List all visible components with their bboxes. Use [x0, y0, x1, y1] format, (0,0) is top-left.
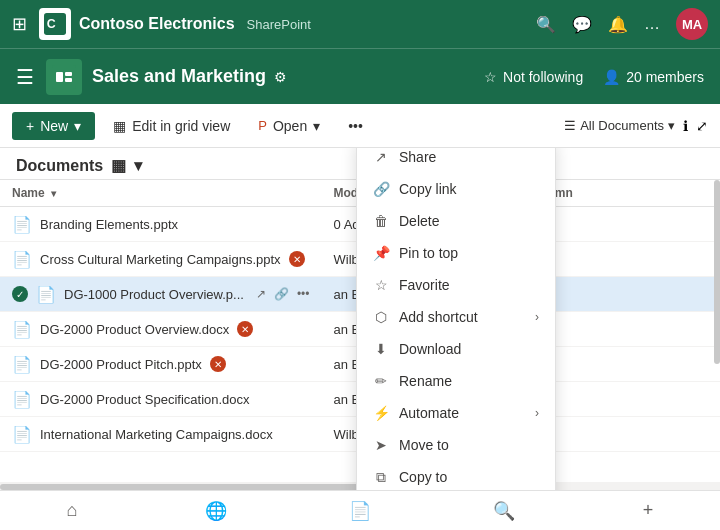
top-nav-right: 🔍 💬 🔔 … MA: [536, 8, 708, 40]
doc-icon: 📄: [349, 500, 371, 522]
link-icon: 🔗: [373, 181, 389, 197]
all-docs-label: All Documents: [580, 118, 664, 133]
chevron-icon: ▾: [668, 118, 675, 133]
svg-text:C: C: [47, 17, 56, 31]
members-icon: 👤: [603, 69, 620, 85]
file-name: DG-2000 Product Specification.docx: [40, 392, 250, 407]
context-menu-automate[interactable]: ⚡ Automate ›: [357, 397, 555, 429]
vertical-scrollbar[interactable]: [714, 180, 720, 364]
chat-icon[interactable]: 💬: [572, 15, 592, 34]
move-icon: ➤: [373, 437, 389, 453]
brand-logo[interactable]: C Contoso Electronics: [39, 8, 235, 40]
svg-rect-3: [56, 72, 63, 82]
pptx-icon: 📄: [12, 354, 32, 374]
error-badge: ✕: [210, 356, 226, 372]
view-icon[interactable]: ▦: [111, 156, 126, 175]
pin-label: Pin to top: [399, 245, 458, 261]
copy-to-label: Copy to: [399, 469, 447, 485]
arrow-icon: ›: [535, 310, 539, 324]
copy-link-label: Copy link: [399, 181, 457, 197]
bottom-nav-globe[interactable]: 🌐: [144, 491, 288, 531]
brand-name: Contoso Electronics: [79, 15, 235, 33]
file-name: DG-1000 Product Overview.p...: [64, 287, 244, 302]
share-icon[interactable]: ↗: [256, 287, 266, 301]
toolbar-right: ☰ All Documents ▾ ℹ ⤢: [564, 118, 708, 134]
hamburger-icon[interactable]: ☰: [16, 65, 34, 89]
context-menu-download[interactable]: ⬇ Download: [357, 333, 555, 365]
sharepoint-label: SharePoint: [247, 17, 311, 32]
download-icon: ⬇: [373, 341, 389, 357]
not-following-button[interactable]: ☆ Not following: [484, 69, 583, 85]
rename-icon: ✏: [373, 373, 389, 389]
context-menu: ↗ Share 🔗 Copy link 🗑 Delete 📌 Pin to to…: [356, 148, 556, 490]
pptx-icon: 📄: [12, 214, 32, 234]
arrow-icon: ›: [535, 406, 539, 420]
context-menu-move-to[interactable]: ➤ Move to: [357, 429, 555, 461]
context-menu-favorite[interactable]: ☆ Favorite: [357, 269, 555, 301]
favorite-label: Favorite: [399, 277, 450, 293]
globe-icon: 🌐: [205, 500, 227, 522]
delete-icon: 🗑: [373, 213, 389, 229]
automate-icon: ⚡: [373, 405, 389, 421]
share-icon: ↗: [373, 149, 389, 165]
bottom-nav-doc[interactable]: 📄: [288, 491, 432, 531]
docx-icon: 📄: [12, 319, 32, 339]
brand-icon: C: [39, 8, 71, 40]
delete-label: Delete: [399, 213, 439, 229]
info-icon[interactable]: ℹ: [683, 118, 688, 134]
new-label: New: [40, 118, 68, 134]
share-label: Share: [399, 149, 436, 165]
site-header-right: ☆ Not following 👤 20 members: [484, 69, 704, 85]
context-menu-pin-to-top[interactable]: 📌 Pin to top: [357, 237, 555, 269]
context-menu-rename[interactable]: ✏ Rename: [357, 365, 555, 397]
app-grid-icon[interactable]: ⊞: [12, 13, 27, 35]
context-menu-share[interactable]: ↗ Share: [357, 148, 555, 173]
plus-icon: +: [643, 500, 654, 521]
file-name: Cross Cultural Marketing Campaigns.pptx: [40, 252, 281, 267]
grid-icon: ▦: [113, 118, 126, 134]
home-icon: ⌂: [67, 500, 78, 521]
toolbar: + New ▾ ▦ Edit in grid view P Open ▾ •••…: [0, 104, 720, 148]
svg-rect-5: [65, 78, 72, 82]
docx-icon: 📄: [12, 424, 32, 444]
bell-icon[interactable]: 🔔: [608, 15, 628, 34]
all-docs-dropdown[interactable]: ☰ All Documents ▾: [564, 118, 675, 133]
settings-icon[interactable]: ⚙: [274, 69, 287, 85]
new-button[interactable]: + New ▾: [12, 112, 95, 140]
search-icon[interactable]: 🔍: [536, 15, 556, 34]
context-menu-delete[interactable]: 🗑 Delete: [357, 205, 555, 237]
context-menu-copy-to[interactable]: ⧉ Copy to: [357, 461, 555, 490]
documents-title: Documents: [16, 157, 103, 175]
open-button[interactable]: P Open ▾: [248, 112, 330, 140]
bottom-nav-search[interactable]: 🔍: [432, 491, 576, 531]
bottom-nav-plus[interactable]: +: [576, 491, 720, 531]
top-nav: ⊞ C Contoso Electronics SharePoint 🔍 💬 🔔…: [0, 0, 720, 48]
list-icon: ☰: [564, 118, 576, 133]
row-more-icon[interactable]: •••: [297, 287, 310, 301]
user-avatar[interactable]: MA: [676, 8, 708, 40]
powerpoint-icon: P: [258, 118, 267, 133]
more-toolbar-button[interactable]: •••: [338, 112, 373, 140]
context-menu-copy-link[interactable]: 🔗 Copy link: [357, 173, 555, 205]
context-menu-add-shortcut[interactable]: ⬡ Add shortcut ›: [357, 301, 555, 333]
members-button[interactable]: 👤 20 members: [603, 69, 704, 85]
link-icon[interactable]: 🔗: [274, 287, 289, 301]
bottom-nav: ⌂ 🌐 📄 🔍 +: [0, 490, 720, 530]
bottom-nav-home[interactable]: ⌂: [0, 491, 144, 531]
site-name: Sales and Marketing: [92, 66, 266, 87]
file-name: International Marketing Campaigns.docx: [40, 427, 273, 442]
copy-icon: ⧉: [373, 469, 389, 485]
edit-grid-button[interactable]: ▦ Edit in grid view: [103, 112, 240, 140]
edit-grid-label: Edit in grid view: [132, 118, 230, 134]
site-icon: [46, 59, 82, 95]
sort-icon[interactable]: ▾: [51, 188, 56, 199]
more-icon[interactable]: …: [644, 15, 660, 33]
site-header: ☰ Sales and Marketing ⚙ ☆ Not following …: [0, 48, 720, 104]
chevron-down-icon: ▾: [74, 118, 81, 134]
pin-icon: 📌: [373, 245, 389, 261]
checked-out-badge: ✓: [12, 286, 28, 302]
shortcut-icon: ⬡: [373, 309, 389, 325]
move-label: Move to: [399, 437, 449, 453]
expand-icon[interactable]: ⤢: [696, 118, 708, 134]
chevron-down-icon: ▾: [313, 118, 320, 134]
